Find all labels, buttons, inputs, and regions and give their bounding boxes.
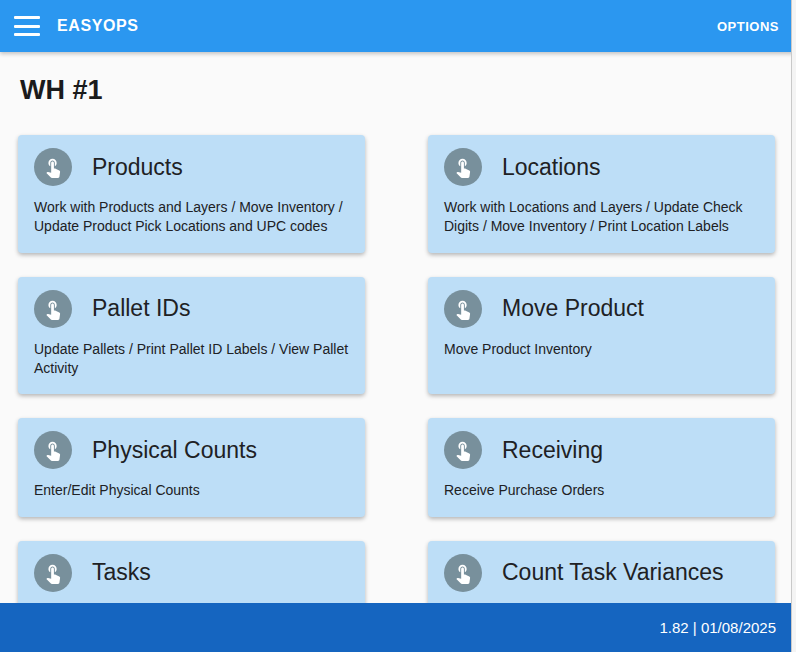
options-button[interactable]: OPTIONS bbox=[717, 19, 779, 34]
card-title: Pallet IDs bbox=[92, 295, 190, 322]
touch-app-icon bbox=[34, 431, 72, 469]
touch-app-icon bbox=[34, 290, 72, 328]
menu-card[interactable]: Locations Work with Locations and Layers… bbox=[428, 135, 775, 253]
app-title: EASYOPS bbox=[57, 17, 139, 35]
menu-card[interactable]: Pallet IDs Update Pallets / Print Pallet… bbox=[18, 277, 365, 395]
card-title: Tasks bbox=[92, 559, 151, 586]
card-title: Count Task Variances bbox=[502, 559, 724, 586]
touch-app-icon bbox=[444, 148, 482, 186]
menu-card[interactable]: Products Work with Products and Layers /… bbox=[18, 135, 365, 253]
card-description: Move Product Inventory bbox=[444, 340, 759, 359]
card-description: Enter/Edit Physical Counts bbox=[34, 481, 349, 500]
app-bar: EASYOPS OPTIONS bbox=[0, 0, 796, 52]
card-title: Products bbox=[92, 154, 183, 181]
version-date-label: 1.82 | 01/08/2025 bbox=[660, 619, 777, 636]
card-title: Move Product bbox=[502, 295, 644, 322]
page-title: WH #1 bbox=[20, 75, 778, 106]
card-grid: Products Work with Products and Layers /… bbox=[18, 135, 778, 639]
card-header: Physical Counts bbox=[34, 431, 349, 469]
status-bar: 1.82 | 01/08/2025 bbox=[0, 603, 796, 652]
menu-card[interactable]: Receiving Receive Purchase Orders bbox=[428, 418, 775, 516]
card-title: Locations bbox=[502, 154, 600, 181]
card-description: Update Pallets / Print Pallet ID Labels … bbox=[34, 340, 349, 379]
card-header: Locations bbox=[444, 148, 759, 186]
card-title: Receiving bbox=[502, 437, 603, 464]
card-header: Receiving bbox=[444, 431, 759, 469]
menu-card[interactable]: Physical Counts Enter/Edit Physical Coun… bbox=[18, 418, 365, 516]
card-header: Count Task Variances bbox=[444, 554, 759, 592]
card-description: Work with Locations and Layers / Update … bbox=[444, 198, 759, 237]
touch-app-icon bbox=[34, 148, 72, 186]
touch-app-icon bbox=[34, 554, 72, 592]
card-header: Pallet IDs bbox=[34, 290, 349, 328]
touch-app-icon bbox=[444, 290, 482, 328]
card-description: Work with Products and Layers / Move Inv… bbox=[34, 198, 349, 237]
hamburger-menu-icon[interactable] bbox=[14, 16, 40, 36]
card-description: Receive Purchase Orders bbox=[444, 481, 759, 500]
card-header: Tasks bbox=[34, 554, 349, 592]
card-header: Move Product bbox=[444, 290, 759, 328]
menu-card[interactable]: Move Product Move Product Inventory bbox=[428, 277, 775, 395]
card-title: Physical Counts bbox=[92, 437, 257, 464]
touch-app-icon bbox=[444, 554, 482, 592]
main-content: WH #1 Products Work with Products and La… bbox=[0, 52, 796, 639]
card-header: Products bbox=[34, 148, 349, 186]
touch-app-icon bbox=[444, 431, 482, 469]
scrollbar[interactable] bbox=[791, 0, 796, 652]
